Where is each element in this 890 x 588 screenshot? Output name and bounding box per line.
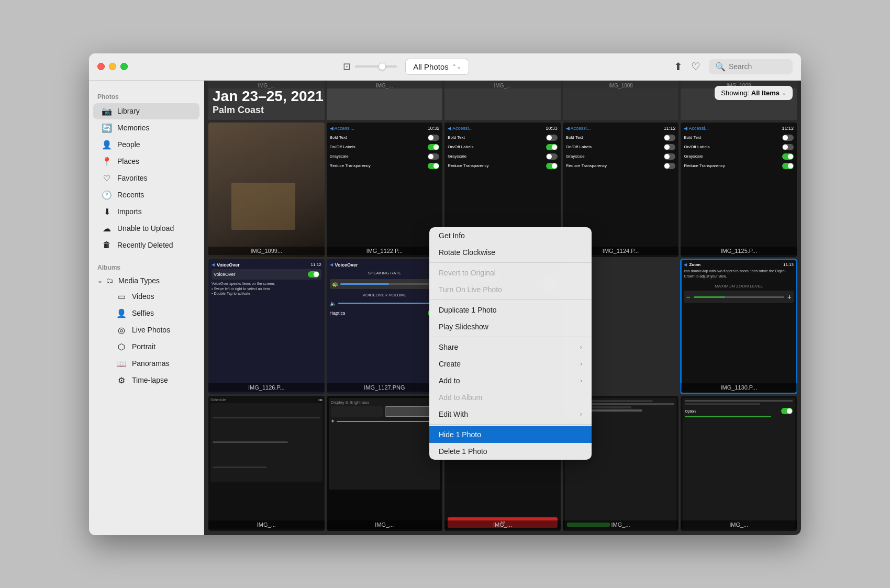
- sidebar-item-videos[interactable]: ▭ Videos: [108, 289, 199, 305]
- sidebar-label-recently-deleted: Recently Deleted: [117, 241, 173, 249]
- sidebar-item-recently-deleted[interactable]: 🗑 Recently Deleted: [93, 237, 199, 253]
- sidebar-item-unable-to-upload[interactable]: ☁ Unable to Upload: [93, 220, 199, 237]
- phone-screen-img1127: ◀ VoiceOver 11:13 SPEAKING RATE 🐢 🐇: [327, 259, 443, 394]
- menu-item-play-slideshow[interactable]: Play Slideshow: [429, 318, 592, 335]
- phone-screen-img1122: ◀ Accessi... 10:32 Bold Text On/Off Labe…: [327, 123, 443, 257]
- sidebar-label-memories: Memories: [117, 124, 149, 132]
- upload-icon: ☁: [102, 224, 112, 234]
- photo-cell-img1122[interactable]: ◀ Accessi... 10:32 Bold Text On/Off Labe…: [327, 123, 443, 257]
- photo-label-img1126: IMG_1126.P...: [208, 383, 325, 392]
- sidebar-label-selfies: Selfies: [132, 309, 154, 317]
- trash-icon: 🗑: [102, 240, 112, 250]
- showing-value: All Items: [751, 89, 780, 97]
- maximize-button[interactable]: [120, 63, 128, 70]
- recents-icon: 🕐: [102, 190, 112, 200]
- close-button[interactable]: [97, 63, 105, 70]
- sidebar-item-time-lapse[interactable]: ⚙ Time-lapse: [108, 372, 199, 389]
- add-to-arrow-icon: ›: [580, 377, 582, 384]
- videos-icon: ▭: [116, 292, 127, 302]
- menu-item-revert-to-original[interactable]: Revert to Original: [429, 264, 592, 281]
- menu-item-delete-1-photo[interactable]: Delete 1 Photo: [429, 443, 592, 460]
- share-arrow-icon: ›: [580, 343, 582, 351]
- sidebar-item-library[interactable]: 📷 Library: [93, 103, 199, 119]
- sidebar-label-imports: Imports: [117, 207, 142, 216]
- sidebar-item-favorites[interactable]: ♡ Favorites: [93, 170, 199, 186]
- zoom-icon: ⊡: [343, 61, 351, 72]
- showing-prefix: Showing:: [721, 89, 749, 97]
- phone-screen-img1130: ◀ Zoom 11:13 can double-tap with two fin…: [681, 259, 797, 394]
- search-box[interactable]: 🔍: [709, 59, 793, 74]
- menu-item-duplicate-1-photo[interactable]: Duplicate 1 Photo: [429, 302, 592, 318]
- menu-item-add-to-album[interactable]: Add to Album: [429, 389, 592, 406]
- photo-cell-img1131[interactable]: Schedule ••• IMG_...: [208, 396, 325, 530]
- sidebar-label-favorites: Favorites: [117, 174, 148, 182]
- showing-bar[interactable]: Showing: All Items ⌄: [715, 86, 793, 100]
- edit-with-arrow-icon: ›: [580, 411, 582, 418]
- panoramas-icon: 📖: [116, 359, 127, 369]
- folder-icon: 🗂: [106, 276, 113, 285]
- menu-item-create[interactable]: Create ›: [429, 356, 592, 372]
- sidebar-item-portrait[interactable]: ⬡ Portrait: [108, 339, 199, 355]
- photo-cell-img1130[interactable]: ◀ Zoom 11:13 can double-tap with two fin…: [681, 259, 797, 394]
- media-types-header[interactable]: ⌄ 🗂 Media Types: [89, 273, 204, 288]
- sidebar-item-live-photos[interactable]: ◎ Live Photos: [108, 322, 199, 338]
- portrait-icon: ⬡: [116, 342, 127, 352]
- photo-cell-img1127[interactable]: ◀ VoiceOver 11:13 SPEAKING RATE 🐢 🐇: [327, 259, 443, 394]
- menu-item-get-info[interactable]: Get Info: [429, 227, 592, 244]
- sidebar-label-library: Library: [117, 107, 140, 115]
- menu-item-hide-1-photo[interactable]: Hide 1 Photo: [429, 426, 592, 443]
- photo-label-img1127: IMG_1127.PNG: [327, 383, 443, 392]
- photo-cell-img1132[interactable]: Display & Brightness ☀ ☀: [327, 396, 443, 530]
- photos-app-window: ⊡ All Photos ⌃⌄ ⬆ ♡ 🔍 Photos 📷: [89, 53, 801, 535]
- context-menu: Get Info Rotate Clockwise Revert to Orig…: [429, 227, 592, 460]
- showing-chevron-icon: ⌄: [782, 90, 786, 96]
- photo-cell-img1099[interactable]: IMG_1099...: [208, 123, 325, 257]
- imports-icon: ⬇: [102, 207, 112, 217]
- photo-img1099: [208, 123, 325, 257]
- photo-label-img1133: IMG_...: [444, 520, 561, 529]
- sidebar-item-recents[interactable]: 🕐 Recents: [93, 187, 199, 203]
- menu-item-turn-on-live-photo[interactable]: Turn On Live Photo: [429, 281, 592, 298]
- media-types-list: ▭ Videos 👤 Selfies ◎ Live Photos ⬡ Portr…: [89, 289, 204, 389]
- sidebar-label-live-photos: Live Photos: [132, 326, 170, 334]
- minimize-button[interactable]: [109, 63, 116, 70]
- sidebar-item-memories[interactable]: 🔄 Memories: [93, 120, 199, 136]
- phone-screen-img1135: Option: [681, 396, 797, 530]
- photo-cell-img1126[interactable]: ◀ VoiceOver 11:12 VoiceOver VoiceOver sp…: [208, 259, 325, 394]
- photo-cell-img1135[interactable]: Option IMG_...: [681, 396, 797, 530]
- menu-item-add-to[interactable]: Add to ›: [429, 372, 592, 389]
- photo-label-img1130: IMG_1130.P...: [681, 383, 797, 392]
- photo-label-img1122: IMG_1122.P...: [327, 247, 443, 255]
- all-photos-dropdown[interactable]: All Photos ⌃⌄: [405, 59, 469, 75]
- sidebar-item-selfies[interactable]: 👤 Selfies: [108, 305, 199, 321]
- menu-item-share[interactable]: Share ›: [429, 339, 592, 356]
- sidebar-label-unable: Unable to Upload: [117, 224, 174, 232]
- search-input[interactable]: [729, 62, 786, 71]
- sidebar-item-places[interactable]: 📍 Places: [93, 153, 199, 170]
- photo-area: IMG_... IMG_... IMG_... IMG_1008 IMG_100…: [204, 81, 801, 535]
- live-photos-icon: ◎: [116, 325, 127, 335]
- photo-cell-img1125[interactable]: ◀ Accessi... 11:12 Bold Text On/Off Labe…: [681, 123, 797, 257]
- zoom-slider-thumb[interactable]: [379, 63, 386, 70]
- titlebar-right: ⬆ ♡ 🔍: [674, 59, 793, 74]
- sidebar-label-recents: Recents: [117, 191, 144, 199]
- people-icon: 👤: [102, 140, 112, 150]
- memories-icon: 🔄: [102, 123, 112, 133]
- traffic-lights: [97, 63, 128, 70]
- date-range: Jan 23–25, 2021: [213, 88, 324, 105]
- collapse-icon: ⌄: [97, 277, 103, 284]
- menu-item-rotate-clockwise[interactable]: Rotate Clockwise: [429, 244, 592, 261]
- menu-item-edit-with[interactable]: Edit With ›: [429, 406, 592, 423]
- sidebar-label-portrait: Portrait: [132, 342, 155, 351]
- sidebar-item-imports[interactable]: ⬇ Imports: [93, 204, 199, 220]
- heart-icon[interactable]: ♡: [691, 60, 700, 73]
- sidebar-label-videos: Videos: [132, 292, 154, 301]
- zoom-slider[interactable]: [355, 65, 397, 68]
- date-header: Jan 23–25, 2021 Palm Coast: [213, 88, 324, 116]
- share-icon[interactable]: ⬆: [674, 60, 683, 73]
- menu-separator-4: [429, 424, 592, 425]
- sidebar-item-people[interactable]: 👤 People: [93, 137, 199, 153]
- sidebar-label-panoramas: Panoramas: [132, 359, 170, 368]
- photo-label-img1132: IMG_...: [327, 520, 443, 529]
- sidebar-item-panoramas[interactable]: 📖 Panoramas: [108, 356, 199, 372]
